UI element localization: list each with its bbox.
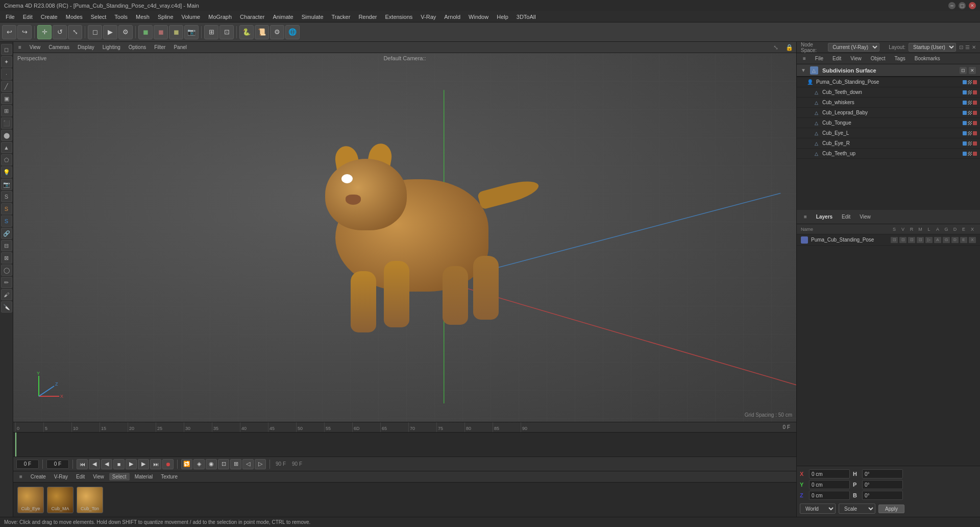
close-button[interactable]: ✕ (969, 2, 976, 9)
tool-select-obj[interactable]: ✦ (1, 56, 12, 67)
obj-tab-object[interactable]: Object (867, 55, 890, 62)
tool-circle[interactable]: ◯ (1, 265, 12, 276)
tool-uv[interactable]: ⊞ (1, 105, 12, 116)
vp-menu-view[interactable]: View (28, 43, 43, 51)
tool-s1[interactable]: S (1, 191, 12, 202)
timeline-content[interactable] (13, 433, 796, 457)
tool-sphere[interactable]: ⬤ (1, 130, 12, 141)
subdiv-collapse-icon[interactable]: ▼ (801, 67, 806, 73)
toolbar-globe[interactable]: 🌐 (285, 25, 300, 39)
layer-icon-l[interactable]: ▷ (925, 237, 933, 243)
menu-create[interactable]: Create (37, 13, 61, 21)
obj-row-leoprad[interactable]: △ Cub_Leoprad_Baby (797, 108, 980, 118)
layers-tab-layers[interactable]: Layers (813, 213, 836, 221)
toolbar-settings[interactable]: ⚙ (270, 25, 284, 39)
tool-cylinder[interactable]: ⬠ (1, 154, 12, 165)
tool-hook[interactable]: 🔗 (1, 228, 12, 239)
menu-render[interactable]: Render (355, 13, 380, 21)
menu-vray[interactable]: V-Ray (417, 13, 439, 21)
vp-menu-filter[interactable]: Filter (152, 43, 167, 51)
node-space-dropdown[interactable]: Current (V-Ray) (828, 43, 879, 52)
layer-icon-v[interactable]: ⊡ (899, 237, 906, 243)
obj-tab-bookmarks[interactable]: Bookmarks (911, 55, 944, 62)
layer-icon-x[interactable]: X (969, 237, 976, 243)
coord-system-dropdown[interactable]: World Object Camera (800, 504, 836, 514)
transport-loop[interactable]: 🔁 (181, 459, 192, 469)
tool-cube[interactable]: ⬛ (1, 117, 12, 129)
layer-icon-d[interactable]: D (951, 237, 959, 243)
toolbar-light[interactable]: ◼ (169, 25, 183, 39)
rp-icon-2[interactable]: ☰ (965, 44, 970, 50)
tool-brush[interactable]: 🖌 (1, 289, 12, 300)
vp-menu-options[interactable]: Options (127, 43, 148, 51)
layers-tab-toggle[interactable]: ≡ (801, 213, 810, 221)
viewport-3d[interactable]: X Y Z Perspective Default Camera:: Grid … (13, 53, 796, 422)
material-cub-eye[interactable]: Cub_Eye (17, 487, 44, 513)
layer-icon-r[interactable]: ⊡ (908, 237, 915, 243)
maximize-button[interactable]: □ (959, 2, 966, 9)
obj-row-whiskers[interactable]: △ Cub_whiskers (797, 98, 980, 108)
subdiv-icon-2[interactable]: ✕ (969, 67, 976, 74)
layer-row-puma[interactable]: Puma_Cub_Standing_Pose ⊡ ⊡ ⊡ ⊡ ▷ A G D E… (797, 234, 980, 246)
rp-icon-1[interactable]: ⊡ (959, 44, 963, 50)
vp-lock[interactable]: 🔒 (786, 44, 793, 51)
coord-p-input[interactable] (862, 480, 903, 489)
menu-character[interactable]: Character (236, 13, 268, 21)
menu-help[interactable]: Help (493, 13, 512, 21)
menu-mograph[interactable]: MoGraph (205, 13, 235, 21)
menu-volume[interactable]: Volume (178, 13, 204, 21)
mat-tab-create[interactable]: Create (28, 473, 49, 481)
transport-frame-start-input[interactable] (16, 460, 39, 469)
tool-edge[interactable]: ╱ (1, 81, 12, 92)
transport-frame-current-input[interactable] (46, 460, 69, 469)
tool-pencil[interactable]: ✏ (1, 277, 12, 288)
tool-point[interactable]: · (1, 68, 12, 80)
layers-tab-view[interactable]: View (856, 213, 874, 221)
obj-row-eye-r[interactable]: △ Cub_Eye_R (797, 138, 980, 149)
layers-tab-edit[interactable]: Edit (839, 213, 853, 221)
vp-menu-display[interactable]: Display (76, 43, 96, 51)
obj-tab-file[interactable]: File (811, 55, 827, 62)
tool-grid2[interactable]: ⊟ (1, 240, 12, 251)
transport-playback-1[interactable]: ◈ (193, 459, 205, 469)
coord-b-input[interactable] (862, 491, 903, 500)
obj-tab-view[interactable]: View (846, 55, 866, 62)
toolbar-render[interactable]: ▶ (103, 25, 117, 39)
transport-play[interactable]: ▶ (126, 459, 137, 469)
coord-transform-dropdown[interactable]: Scale Position Rotation (839, 504, 875, 514)
minimize-button[interactable]: − (948, 2, 955, 9)
subdiv-icon-1[interactable]: ⊡ (960, 67, 967, 74)
tool-polygon[interactable]: ▣ (1, 93, 12, 104)
menu-simulate[interactable]: Simulate (298, 13, 327, 21)
coord-h-input[interactable] (862, 469, 903, 478)
menu-tools[interactable]: Tools (111, 13, 131, 21)
layout-dropdown[interactable]: Startup (User) (909, 43, 956, 52)
toolbar-undo[interactable]: ↩ (2, 25, 16, 39)
mat-tab-material[interactable]: Material (132, 473, 156, 481)
obj-tab-edit[interactable]: Edit (828, 55, 845, 62)
transport-playback-3[interactable]: ⊡ (218, 459, 229, 469)
obj-row-puma[interactable]: 👤 Puma_Cub_Standing_Pose (797, 77, 980, 87)
transport-playback-5[interactable]: ◁ (242, 459, 254, 469)
toolbar-script[interactable]: 📜 (255, 25, 269, 39)
mat-tab-edit[interactable]: Edit (73, 473, 88, 481)
menu-mesh[interactable]: Mesh (132, 13, 153, 21)
vp-menu-lighting[interactable]: Lighting (101, 43, 122, 51)
obj-row-teeth-up[interactable]: △ Cub_Teeth_up (797, 149, 980, 159)
tool-select-model[interactable]: ◻ (1, 44, 12, 55)
transport-playback-6[interactable]: ▷ (255, 459, 266, 469)
menu-edit[interactable]: Edit (19, 13, 36, 21)
menu-arnold[interactable]: Arnold (440, 13, 464, 21)
coord-z-input[interactable] (809, 491, 850, 500)
transport-playback-4[interactable]: ⊞ (230, 459, 241, 469)
mat-tab-texture[interactable]: Texture (158, 473, 181, 481)
tool-s2[interactable]: S (1, 203, 12, 214)
rp-icon-3[interactable]: ✕ (972, 44, 976, 50)
coord-x-input[interactable] (809, 469, 850, 478)
menu-extensions[interactable]: Extensions (381, 13, 416, 21)
tool-s3[interactable]: S (1, 215, 12, 227)
tool-grid3[interactable]: ⊠ (1, 252, 12, 264)
coord-y-input[interactable] (809, 480, 850, 489)
menu-tracker[interactable]: Tracker (328, 13, 354, 21)
menu-modes[interactable]: Modes (62, 13, 86, 21)
